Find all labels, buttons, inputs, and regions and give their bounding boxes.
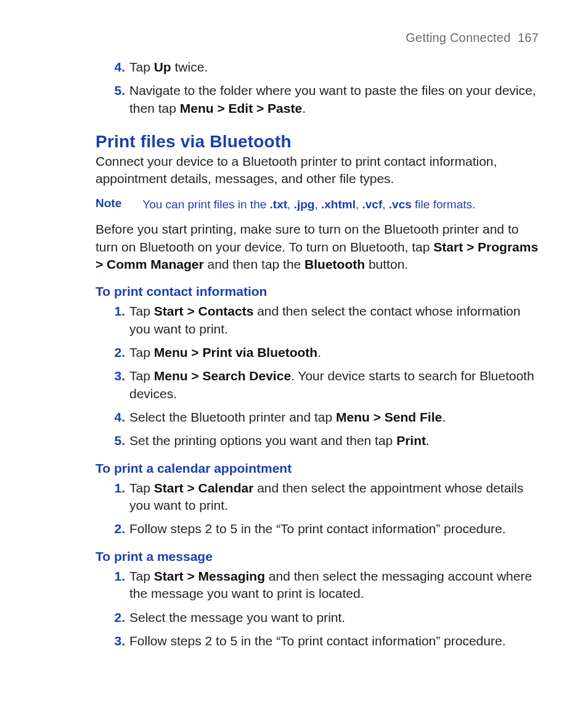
- list-marker: 5.: [107, 82, 125, 99]
- step-text: .: [302, 101, 306, 115]
- list-item: 1. Tap Start > Contacts and then select …: [96, 303, 539, 338]
- text: .: [426, 433, 430, 447]
- list-item: 5. Set the printing options you want and…: [96, 432, 539, 449]
- list-item: 2. Select the message you want to print.: [96, 609, 539, 626]
- bold: Menu > Search Device: [154, 369, 291, 383]
- subheading-contact: To print contact information: [96, 284, 539, 299]
- list-item: 4. Select the Bluetooth printer and tap …: [96, 409, 539, 426]
- text: Select the message you want to print.: [129, 610, 345, 624]
- step-text: Tap: [129, 60, 154, 74]
- step-5: 5. Navigate to the folder where you want…: [96, 82, 539, 117]
- header-page-number: 167: [518, 31, 539, 44]
- text: Tap: [129, 345, 154, 359]
- list-marker: 5.: [107, 432, 125, 449]
- bold: Print: [396, 433, 426, 447]
- bold: Start > Calendar: [154, 481, 254, 495]
- text: button.: [365, 257, 408, 271]
- message-steps: 1. Tap Start > Messaging and then select…: [96, 568, 539, 650]
- step-4: 4. Tap Up twice.: [96, 59, 539, 76]
- list-marker: 2.: [107, 520, 125, 537]
- note-fragment: ,: [356, 198, 362, 211]
- bold: Menu > Send File: [336, 410, 442, 424]
- list-item: 1. Tap Start > Messaging and then select…: [96, 568, 539, 603]
- intro-paragraph: Connect your device to a Bluetooth print…: [96, 153, 539, 188]
- subheading-calendar: To print a calendar appointment: [96, 461, 539, 476]
- note-fragment: file formats.: [412, 198, 475, 211]
- list-item: 2. Follow steps 2 to 5 in the “To print …: [96, 520, 539, 537]
- header-section: Getting Connected: [406, 31, 510, 44]
- text: Set the printing options you want and th…: [129, 433, 396, 447]
- text: Follow steps 2 to 5 in the “To print con…: [129, 521, 505, 536]
- text: .: [442, 410, 446, 424]
- note-fragment: ,: [314, 198, 321, 211]
- contact-steps: 1. Tap Start > Contacts and then select …: [96, 303, 539, 449]
- section-heading: Print files via Bluetooth: [96, 132, 539, 152]
- text: Tap: [129, 481, 154, 495]
- note-format: .vcs: [389, 198, 412, 211]
- note-fragment: You can print files in the: [142, 198, 269, 211]
- list-marker: 1.: [107, 568, 125, 585]
- running-header: Getting Connected 167: [96, 31, 539, 45]
- bold: Up: [154, 60, 171, 74]
- note-format: .txt: [270, 198, 288, 211]
- list-marker: 1.: [107, 480, 125, 497]
- bold: Bluetooth: [304, 257, 365, 271]
- note-fragment: ,: [287, 198, 294, 211]
- list-marker: 4.: [107, 59, 125, 76]
- step-text: twice.: [171, 60, 208, 74]
- text: Select the Bluetooth printer and tap: [129, 410, 336, 424]
- list-item: 2. Tap Menu > Print via Bluetooth.: [96, 344, 539, 361]
- note-block: Note You can print files in the .txt, .j…: [96, 197, 539, 213]
- list-marker: 4.: [107, 409, 125, 426]
- list-marker: 2.: [107, 344, 125, 361]
- list-marker: 3.: [107, 367, 125, 385]
- note-format: .xhtml: [321, 198, 356, 211]
- text: .: [317, 345, 321, 359]
- calendar-steps: 1. Tap Start > Calendar and then select …: [96, 480, 539, 538]
- subheading-message: To print a message: [96, 549, 539, 564]
- text: Follow steps 2 to 5 in the “To print con…: [129, 634, 505, 648]
- note-format: .vcf: [362, 198, 382, 211]
- text: Tap: [129, 304, 154, 318]
- document-page: Getting Connected 167 4. Tap Up twice. 5…: [0, 0, 588, 723]
- list-item: 3. Tap Menu > Search Device. Your device…: [96, 367, 539, 402]
- list-item: 1. Tap Start > Calendar and then select …: [96, 480, 539, 515]
- note-text: You can print files in the .txt, .jpg, .…: [142, 197, 475, 213]
- bold: Start > Messaging: [154, 569, 265, 583]
- bold: Menu > Edit > Paste: [180, 101, 302, 115]
- note-format: .jpg: [294, 198, 315, 211]
- list-marker: 1.: [107, 303, 125, 320]
- continued-steps: 4. Tap Up twice. 5. Navigate to the fold…: [96, 59, 539, 117]
- text: Tap: [129, 569, 154, 583]
- before-paragraph: Before you start printing, make sure to …: [96, 221, 539, 273]
- list-item: 3. Follow steps 2 to 5 in the “To print …: [96, 632, 539, 650]
- list-marker: 2.: [107, 609, 125, 626]
- list-marker: 3.: [107, 632, 125, 650]
- text: and then tap the: [204, 257, 304, 271]
- note-label: Note: [96, 197, 121, 213]
- bold: Menu > Print via Bluetooth: [154, 345, 317, 359]
- note-fragment: ,: [382, 198, 389, 211]
- text: Tap: [129, 369, 154, 383]
- bold: Start > Contacts: [154, 304, 254, 318]
